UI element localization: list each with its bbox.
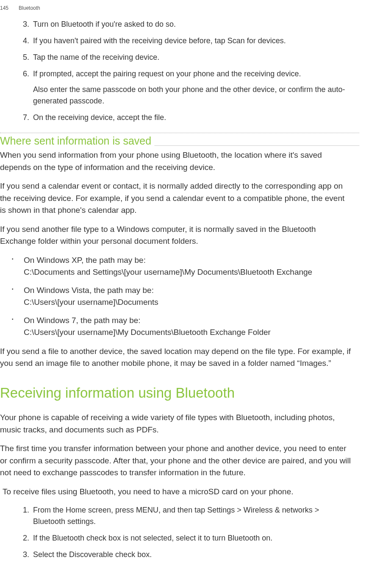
page-header: 145 Bluetooth [0, 4, 359, 19]
steps-list-a: 3. Turn on Bluetooth if you're asked to … [0, 19, 359, 123]
step-number: 7. [23, 112, 30, 123]
step-number: 3. [23, 19, 30, 30]
step-item: 3. Turn on Bluetooth if you're asked to … [23, 19, 359, 30]
step-item: 3. Select the Discoverable check box. [23, 549, 352, 560]
paragraph: The first time you transfer information … [0, 443, 352, 479]
step-text: If the Bluetooth check box is not select… [33, 532, 272, 544]
paragraph: Your phone is capable of receiving a wid… [0, 412, 352, 436]
step-text: Select the Discoverable check box. [33, 549, 152, 560]
list-item: On Windows XP, the path may be: C:\Docum… [24, 254, 352, 279]
page-number: 145 [0, 4, 8, 12]
section-heading: Receiving information using Bluetooth [0, 382, 352, 404]
step-number: 1. [23, 504, 30, 527]
step-item: 2. If the Bluetooth check box is not sel… [23, 532, 352, 544]
step-number: 2. [23, 532, 30, 544]
step-item: 4. If you haven't paired with the receiv… [23, 35, 359, 47]
step-text: On the receiving device, accept the file… [33, 112, 166, 123]
step-text: Tap the name of the receiving device. [33, 52, 159, 63]
list-item: On Windows Vista, the path may be: C:\Us… [24, 284, 352, 309]
step-number: 5. [23, 52, 30, 63]
step-text: Turn on Bluetooth if you're asked to do … [33, 19, 176, 30]
paragraph: If you send a file to another device, th… [0, 346, 352, 370]
paragraph: If you send another file type to a Windo… [0, 223, 352, 248]
subsection-heading: Where sent information is saved [0, 135, 155, 147]
step-text: If prompted, accept the pairing request … [33, 68, 359, 107]
bulleted-list: On Windows XP, the path may be: C:\Docum… [0, 254, 352, 339]
paragraph: When you send information from your phon… [0, 149, 352, 173]
step-number: 6. [23, 68, 30, 107]
step-text: From the Home screen, press MENU, and th… [33, 504, 352, 527]
step-item: 1. From the Home screen, press MENU, and… [23, 504, 352, 527]
step-number: 4. [23, 35, 30, 47]
step-text: If you haven't paired with the receiving… [33, 35, 286, 47]
subsection-divider: Where sent information is saved [0, 133, 359, 146]
paragraph: If you send a calendar event or contact,… [0, 180, 352, 217]
paragraph: To receive files using Bluetooth, you ne… [0, 486, 352, 498]
step-item: 7. On the receiving device, accept the f… [23, 112, 359, 123]
step-item: 6. If prompted, accept the pairing reque… [23, 68, 359, 107]
steps-list-b: 1. From the Home screen, press MENU, and… [0, 504, 352, 560]
step-item: 5. Tap the name of the receiving device. [23, 52, 359, 63]
section-title: Bluetooth [19, 4, 40, 12]
list-item: On Windows 7, the path may be: C:\Users\… [24, 315, 352, 339]
step-number: 3. [23, 549, 30, 560]
